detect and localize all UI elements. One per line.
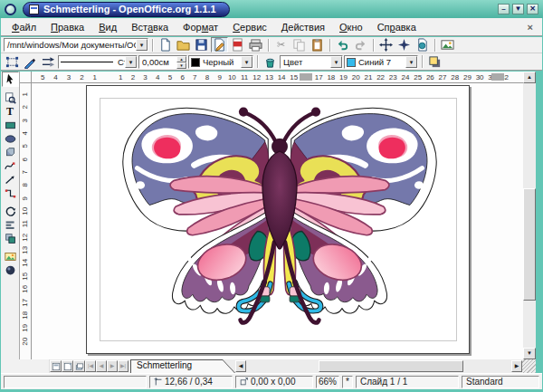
master-view-glyph — [63, 362, 72, 371]
url-combobox[interactable]: /mnt/windows/Мои документы/OObasic/Schme… — [4, 38, 148, 52]
menu-window[interactable]: Окно — [332, 19, 370, 35]
paint-can-glyph — [263, 55, 277, 69]
menu-view[interactable]: Вид — [91, 19, 124, 35]
line-color-swatch — [191, 58, 200, 67]
vertical-scrollbar[interactable]: ▲ ▼ — [523, 72, 536, 359]
spin-down-icon[interactable]: ▾ — [176, 62, 186, 69]
page-view-button[interactable] — [50, 360, 62, 372]
tab-schmetterling[interactable]: Schmetterling — [130, 359, 235, 373]
window-title-pill: Schmetterling - OpenOffice.org 1.1.1 — [23, 2, 230, 17]
gallery-icon[interactable] — [439, 37, 456, 53]
close-button[interactable]: ✕ — [527, 4, 538, 14]
slide-page[interactable] — [86, 85, 470, 354]
rotate-tool[interactable] — [2, 205, 19, 218]
master-view-button[interactable] — [62, 360, 73, 372]
ruler-number: 5 — [20, 140, 32, 152]
fill-color-combobox[interactable]: Синий 7 ▾ — [344, 55, 418, 69]
menu-insert[interactable]: Вставка — [124, 19, 176, 35]
status-size-field[interactable]: 0,00 x 0,00 — [235, 376, 313, 388]
zoom-icon[interactable] — [395, 37, 413, 53]
window-resize-grip[interactable] — [522, 359, 536, 373]
effects-tool[interactable] — [2, 263, 19, 277]
butterfly-drawing[interactable] — [114, 94, 445, 353]
line-color-combobox[interactable]: Черный ▾ — [188, 55, 253, 69]
curve-glyph — [5, 160, 16, 172]
line-tool[interactable] — [2, 173, 19, 186]
menu-file[interactable]: Файл — [5, 19, 43, 35]
edit-points-icon[interactable] — [4, 54, 21, 70]
spin-up-icon[interactable]: ▴ — [176, 56, 186, 62]
open-icon[interactable] — [175, 37, 192, 53]
ruler-number: 9 — [214, 73, 226, 81]
arrange-tool[interactable] — [2, 232, 19, 245]
prev-slide-button[interactable]: ◀ — [96, 360, 107, 372]
horizontal-scroll-thumb[interactable] — [319, 360, 463, 372]
status-position-field[interactable]: 12,66 / 0,34 — [149, 376, 233, 388]
new-document-icon[interactable] — [157, 37, 174, 53]
close-document-icon[interactable]: × — [522, 22, 538, 33]
save-icon[interactable] — [193, 37, 210, 53]
text-tool-glyph: T — [6, 105, 14, 119]
ruler-number: 18 — [20, 310, 32, 321]
area-dialog-icon[interactable] — [262, 54, 279, 70]
zoom-tool[interactable] — [2, 91, 19, 105]
redo-icon[interactable] — [352, 37, 369, 53]
select-tool[interactable] — [2, 72, 19, 87]
magnifier-glyph — [5, 92, 16, 104]
layer-view-button[interactable] — [73, 360, 85, 372]
menu-help[interactable]: Справка — [370, 19, 424, 35]
line-width-spinner[interactable]: 0,00см ▴ ▾ — [138, 55, 187, 69]
insert-tool[interactable] — [2, 250, 19, 263]
status-zoom-field[interactable]: 66% — [316, 376, 339, 388]
scroll-down-icon[interactable]: ▼ — [523, 348, 536, 359]
status-layout-field[interactable]: Standard — [462, 376, 539, 388]
ellipse-tool[interactable] — [2, 132, 19, 146]
menu-edit[interactable]: Правка — [43, 19, 91, 35]
rectangle-tool[interactable] — [2, 119, 19, 132]
print-icon[interactable] — [247, 37, 264, 53]
align-tool[interactable] — [2, 218, 19, 232]
line-style-combobox[interactable]: Ст ▾ — [58, 55, 138, 69]
connector-tool[interactable] — [2, 186, 19, 200]
menu-actions[interactable]: Действия — [274, 19, 332, 35]
fill-type-combobox[interactable]: Цвет ▾ — [280, 55, 343, 69]
drawing-canvas[interactable] — [32, 83, 523, 359]
scroll-up-icon[interactable]: ▲ — [523, 72, 536, 83]
copy-icon[interactable] — [291, 37, 308, 53]
maximize-button[interactable]: ▼ — [512, 4, 524, 14]
window-menu-button[interactable] — [5, 4, 16, 15]
line-color-dropdown-icon[interactable]: ▾ — [241, 56, 252, 68]
navigator-icon[interactable] — [377, 37, 395, 53]
next-slide-button[interactable]: ▶ — [107, 360, 118, 372]
export-pdf-icon[interactable] — [229, 37, 246, 53]
ruler-number: 14 — [275, 73, 288, 81]
first-slide-button[interactable]: |◀ — [85, 360, 96, 372]
vertical-scroll-thumb[interactable] — [523, 188, 536, 301]
scroll-right-icon[interactable]: ▶ — [511, 360, 522, 372]
url-dropdown-icon[interactable]: ▾ — [136, 39, 148, 51]
3d-objects-tool[interactable] — [2, 146, 19, 159]
line-dialog-icon[interactable] — [22, 54, 39, 70]
arrows-glyph — [42, 55, 55, 69]
edit-file-icon[interactable] — [211, 37, 228, 53]
fill-type-dropdown-icon[interactable]: ▾ — [330, 56, 342, 68]
fill-color-dropdown-icon[interactable]: ▾ — [405, 56, 417, 68]
text-tool[interactable]: T — [2, 105, 19, 119]
paste-icon[interactable] — [309, 37, 326, 53]
menu-tools[interactable]: Сервис — [225, 19, 274, 35]
minimize-button[interactable]: – — [498, 4, 510, 14]
shadow-icon[interactable] — [426, 54, 443, 70]
undo-icon[interactable] — [334, 37, 351, 53]
status-slide-field[interactable]: Слайд 1 / 1 — [356, 376, 459, 388]
line-style-dropdown-icon[interactable]: ▾ — [125, 56, 137, 68]
last-slide-button[interactable]: ▶| — [118, 360, 129, 372]
horizontal-scrollbar[interactable] — [246, 360, 511, 372]
open-folder-glyph — [176, 38, 190, 52]
scroll-left-icon[interactable]: ◀ — [235, 360, 246, 372]
ruler-number: 25 — [412, 73, 424, 81]
menu-format[interactable]: Формат — [176, 19, 225, 35]
curve-tool[interactable] — [2, 159, 19, 173]
hyperlink-icon[interactable] — [414, 37, 431, 53]
cut-icon[interactable]: ✂ — [272, 37, 290, 53]
arrow-style-icon[interactable] — [40, 54, 57, 70]
